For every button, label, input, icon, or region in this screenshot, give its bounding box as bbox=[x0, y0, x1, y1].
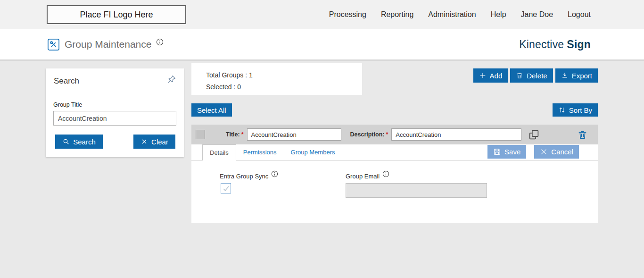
trash-icon bbox=[516, 72, 523, 79]
save-button[interactable]: Save bbox=[487, 145, 526, 159]
selected-count-text: Selected : 0 bbox=[206, 81, 362, 93]
total-groups-text: Total Groups : 1 bbox=[206, 69, 362, 81]
fi-logo-placeholder: Place FI Logo Here bbox=[47, 5, 186, 24]
group-title-label: Group Title bbox=[53, 101, 82, 108]
brand-logo: Kinective Sign bbox=[519, 29, 591, 59]
group-email-info-icon[interactable] bbox=[382, 170, 389, 177]
tab-group-members[interactable]: Group Members bbox=[284, 144, 342, 160]
delete-button[interactable]: Delete bbox=[510, 68, 553, 83]
fi-logo-text: Place FI Logo Here bbox=[80, 10, 153, 20]
sort-icon bbox=[558, 106, 566, 114]
copy-icon bbox=[528, 129, 540, 141]
required-marker: * bbox=[386, 131, 388, 138]
tab-permissions[interactable]: Permissions bbox=[236, 144, 284, 160]
sort-by-button[interactable]: Sort By bbox=[553, 103, 598, 117]
checkmark-icon bbox=[222, 185, 230, 193]
summary-box: Total Groups : 1 Selected : 0 bbox=[191, 63, 362, 95]
close-icon bbox=[540, 148, 548, 156]
search-button[interactable]: Search bbox=[55, 135, 103, 149]
entra-group-sync-label: Entra Group Sync bbox=[220, 173, 278, 180]
nav-item-logout[interactable]: Logout bbox=[568, 10, 591, 19]
page-title-info-icon[interactable] bbox=[156, 38, 164, 46]
required-marker: * bbox=[241, 131, 244, 138]
toolbar: Add Delete Export bbox=[473, 68, 598, 83]
tab-details[interactable]: Details bbox=[202, 144, 236, 160]
search-icon bbox=[62, 138, 70, 145]
entra-group-sync-info-icon[interactable] bbox=[271, 170, 278, 177]
group-email-input[interactable] bbox=[346, 183, 487, 198]
title-label: Title:* bbox=[226, 131, 244, 138]
title-input[interactable] bbox=[247, 128, 341, 141]
group-detail-panel: Details Permissions Group Members Save bbox=[191, 144, 598, 223]
row-delete-button[interactable] bbox=[577, 129, 588, 140]
copy-button[interactable] bbox=[528, 129, 540, 141]
group-title-input[interactable] bbox=[53, 111, 176, 126]
group-maintenance-icon bbox=[47, 38, 60, 51]
download-icon bbox=[561, 72, 569, 79]
group-row-checkbox[interactable] bbox=[196, 130, 205, 139]
nav-item-reporting[interactable]: Reporting bbox=[381, 10, 413, 19]
nav-item-user[interactable]: Jane Doe bbox=[521, 10, 553, 19]
nav-item-administration[interactable]: Administration bbox=[428, 10, 476, 19]
details-tab-content: Entra Group Sync Group Email bbox=[191, 160, 598, 222]
top-nav: Processing Reporting Administration Help… bbox=[329, 0, 591, 29]
trash-icon bbox=[577, 129, 588, 140]
clear-button[interactable]: Clear bbox=[133, 135, 175, 149]
page: Place FI Logo Here Processing Reporting … bbox=[0, 0, 644, 278]
title-bar: Group Maintenance Kinective Sign bbox=[0, 29, 644, 61]
search-panel-title: Search bbox=[54, 76, 79, 86]
nav-item-help[interactable]: Help bbox=[491, 10, 506, 19]
nav-item-processing[interactable]: Processing bbox=[329, 10, 366, 19]
cancel-button[interactable]: Cancel bbox=[534, 145, 579, 159]
export-button[interactable]: Export bbox=[555, 68, 598, 83]
save-icon bbox=[493, 148, 501, 156]
group-email-label: Group Email bbox=[346, 173, 389, 180]
close-icon bbox=[140, 138, 148, 145]
pin-icon[interactable] bbox=[167, 75, 176, 84]
plus-icon bbox=[479, 72, 487, 79]
topbar: Place FI Logo Here Processing Reporting … bbox=[0, 0, 644, 29]
search-panel: Search Group Title Search Clear bbox=[46, 68, 184, 157]
tab-bar: Details Permissions Group Members Save bbox=[191, 144, 598, 160]
page-title: Group Maintenance bbox=[65, 39, 151, 50]
entra-group-sync-checkbox[interactable] bbox=[221, 183, 231, 194]
group-row: Title:* Description:* bbox=[191, 125, 598, 144]
add-button[interactable]: Add bbox=[473, 68, 508, 83]
description-label: Description:* bbox=[350, 131, 388, 138]
select-all-button[interactable]: Select All bbox=[191, 103, 232, 117]
brand-regular: Kinective bbox=[519, 38, 564, 51]
description-input[interactable] bbox=[391, 128, 521, 141]
brand-bold: Sign bbox=[567, 38, 591, 51]
